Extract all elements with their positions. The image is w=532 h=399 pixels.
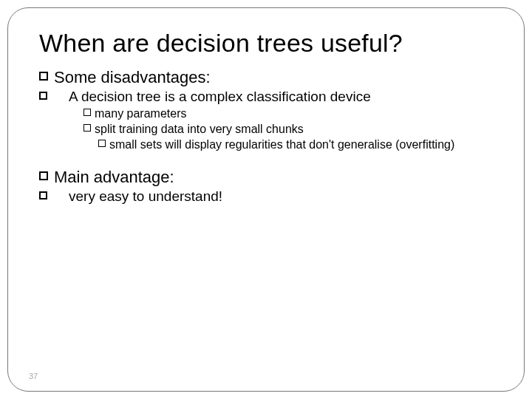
advantage-subpoint-text: very easy to understand! <box>69 188 222 204</box>
section-advantage: Main advantage: <box>39 168 493 187</box>
disadvantage-subpoint-text: A decision tree is a complex classificat… <box>69 89 371 104</box>
bullet-many-parameters-text: many parameters <box>95 106 187 121</box>
square-bullet-icon <box>83 124 91 132</box>
slide-title: When are decision trees useful? <box>39 29 493 58</box>
section-advantage-heading: Main advantage: <box>54 168 174 186</box>
square-bullet-icon <box>98 140 106 147</box>
page-number: 37 <box>29 372 38 381</box>
square-bullet-icon <box>83 109 91 116</box>
spacer <box>39 153 493 165</box>
section-disadvantages: Some disadvantages: <box>39 68 493 87</box>
bullet-overfitting-text: small sets will display regularities tha… <box>109 137 454 152</box>
bullet-overfitting: small sets will display regularities tha… <box>39 137 493 152</box>
section-disadvantages-heading: Some disadvantages: <box>54 68 211 86</box>
bullet-split-training: split training data into very small chun… <box>39 122 493 137</box>
bullet-split-training-text: split training data into very small chun… <box>95 122 304 137</box>
disadvantage-subpoint: A decision tree is a complex classificat… <box>39 89 493 105</box>
slide-frame: When are decision trees useful? Some dis… <box>7 7 525 392</box>
bullet-many-parameters: many parameters <box>39 106 493 121</box>
advantage-subpoint: very easy to understand! <box>39 188 493 205</box>
